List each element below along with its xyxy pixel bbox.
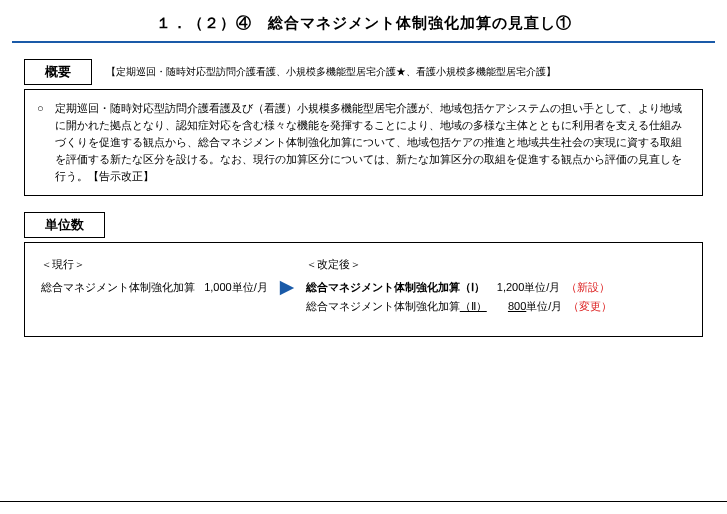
current-column: ＜現行＞ 総合マネジメント体制強化加算 1,000単位/月: [41, 257, 268, 295]
overview-label: 概要: [24, 59, 92, 85]
footer-divider: [0, 501, 727, 503]
revised-tag-2: （変更）: [568, 299, 612, 314]
revised-tag-1: （新設）: [566, 280, 610, 295]
svg-marker-0: [280, 281, 294, 295]
revised-name-2-prefix: 総合マネジメント体制強化加算: [306, 300, 460, 312]
revised-row: 総合マネジメント体制強化加算（Ⅱ） 800単位/月 （変更）: [306, 299, 686, 314]
revised-value-1: 1,200単位/月: [497, 280, 561, 295]
overview-note: 【定期巡回・随時対応型訪問介護看護、小規模多機能型居宅介護★、看護小規模多機能型…: [106, 65, 556, 79]
overview-text: 定期巡回・随時対応型訪問介護看護及び（看護）小規模多機能型居宅介護が、地域包括ケ…: [55, 100, 690, 185]
units-body: ＜現行＞ 総合マネジメント体制強化加算 1,000単位/月 ＜改定後＞ 総合マネ…: [24, 242, 703, 337]
units-label: 単位数: [24, 212, 105, 238]
revised-name-2: 総合マネジメント体制強化加算（Ⅱ）: [306, 299, 487, 314]
revised-name-1: 総合マネジメント体制強化加算（Ⅰ）: [306, 280, 485, 295]
revised-name-2-underline: （Ⅱ）: [460, 300, 487, 312]
revised-value-2-suffix: 単位/月: [526, 300, 562, 312]
current-value: 1,000単位/月: [204, 281, 268, 293]
revised-value-2-num: 800: [508, 300, 526, 312]
revised-column: ＜改定後＞ 総合マネジメント体制強化加算（Ⅰ） 1,200単位/月 （新設） 総…: [306, 257, 686, 318]
revised-row: 総合マネジメント体制強化加算（Ⅰ） 1,200単位/月 （新設）: [306, 280, 686, 295]
current-name: 総合マネジメント体制強化加算: [41, 281, 195, 293]
bullet-mark: ○: [37, 100, 55, 185]
overview-body: ○ 定期巡回・随時対応型訪問介護看護及び（看護）小規模多機能型居宅介護が、地域包…: [24, 89, 703, 196]
revised-value-2: 800単位/月: [499, 299, 563, 314]
current-header: ＜現行＞: [41, 257, 268, 272]
page-title: １．（２）④ 総合マネジメント体制強化加算の見直し①: [0, 14, 727, 33]
title-underline: [12, 41, 715, 43]
arrow-right-icon: [278, 279, 296, 297]
revised-header: ＜改定後＞: [306, 257, 686, 272]
